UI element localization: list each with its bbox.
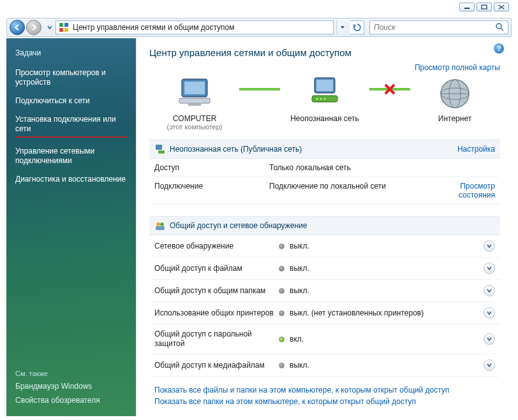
show-shared-files-link[interactable]: Показать все файлы и папки на этом компь… (154, 386, 495, 395)
view-state-link[interactable]: Просмотр состояния (459, 182, 495, 199)
svg-rect-4 (59, 23, 63, 27)
svg-point-8 (496, 24, 501, 29)
forward-button[interactable] (26, 20, 41, 35)
sharing-row-value: выкл. (290, 286, 484, 295)
address-dropdown-icon[interactable] (336, 20, 348, 34)
svg-point-19 (324, 98, 326, 100)
sharing-icon (154, 220, 166, 231)
full-map-link[interactable]: Просмотр полной карты (415, 63, 500, 72)
main-content: ? Центр управления сетями и общим доступ… (136, 38, 512, 416)
connector-broken-icon (369, 88, 410, 91)
diagram-node-this-computer[interactable]: COMPUTER (этот компьютер) (150, 76, 239, 131)
expand-button[interactable] (484, 285, 495, 296)
sharing-row-label: Общий доступ к файлам (154, 264, 279, 273)
sharing-row-label: Общий доступ к медиафайлам (154, 361, 279, 370)
diagram-node-network[interactable]: Неопознанная сеть (280, 76, 369, 131)
search-input[interactable] (374, 23, 504, 32)
svg-line-9 (501, 28, 503, 31)
status-led-icon (279, 337, 285, 342)
sidebar-item-firewall[interactable]: Брандмауэр Windows (15, 382, 127, 391)
sidebar-item-computers[interactable]: Просмотр компьютеров и устройств (15, 68, 127, 87)
sharing-row: Общий доступ к общим папкамвыкл. (149, 280, 500, 302)
sharing-row-value: выкл. (290, 242, 484, 250)
diagram-node1-sub: (этот компьютер) (150, 123, 239, 131)
network-row-connection-value: Подключение по локальной сети (269, 182, 438, 191)
network-row-connection-label: Подключение (154, 182, 269, 191)
computer-icon (174, 76, 215, 112)
close-button[interactable] (494, 3, 509, 11)
diagram-node2-label: Неопознанная сеть (280, 114, 369, 123)
svg-rect-12 (179, 98, 210, 103)
svg-rect-27 (158, 150, 165, 154)
connector-ok-icon (239, 88, 280, 91)
sidebar-item-diagnostics[interactable]: Диагностика и восстановление (15, 175, 127, 184)
network-small-icon (154, 143, 166, 155)
svg-point-17 (316, 98, 318, 100)
search-icon[interactable] (495, 22, 504, 33)
sharing-row-label: Сетевое обнаружение (154, 242, 279, 251)
network-row-access-label: Доступ (154, 163, 269, 172)
expand-button[interactable] (484, 240, 495, 252)
history-dropdown-icon[interactable] (47, 21, 53, 34)
tasks-header: Задачи (15, 48, 127, 57)
sharing-row: Общий доступ к медиафайламвыкл. (149, 354, 500, 377)
sharing-row-value: вкл. (290, 335, 484, 344)
sharing-row-value: выкл. (нет установленных принтеров) (290, 308, 484, 317)
bottom-links: Показать все файлы и папки на этом компь… (149, 377, 500, 411)
diagram-node1-label: COMPUTER (150, 114, 239, 123)
network-row-access-value: Только локальная сеть (269, 163, 438, 172)
sharing-row-label: Общий доступ с парольной защитой (154, 329, 279, 349)
sidebar: Задачи Просмотр компьютеров и устройств … (6, 38, 136, 416)
expand-button[interactable] (484, 359, 495, 371)
network-header-text: Неопознанная сеть (Публичная сеть) (170, 145, 302, 154)
show-shared-folders-link[interactable]: Показать все папки на этом компьютере, к… (154, 397, 495, 406)
diagram-node3-label: Интернет (410, 114, 500, 123)
sidebar-item-connect[interactable]: Подключиться к сети (15, 96, 127, 106)
sharing-row-label: Использование общих принтеров (154, 308, 279, 318)
expand-button[interactable] (484, 333, 495, 345)
minimize-button[interactable] (459, 3, 475, 11)
back-button[interactable] (10, 20, 25, 35)
help-icon[interactable]: ? (494, 43, 504, 54)
svg-rect-11 (184, 82, 205, 94)
svg-rect-15 (316, 80, 333, 91)
network-diagram: COMPUTER (этот компьютер) Неопознанная с… (149, 76, 500, 131)
control-panel-icon (59, 22, 69, 33)
diagram-node-internet[interactable]: Интернет (410, 76, 500, 131)
sharing-section-header: Общий доступ и сетевое обнаружение (149, 216, 500, 235)
network-row-connection: Подключение Подключение по локальной сет… (149, 177, 500, 205)
expand-button[interactable] (484, 307, 495, 319)
address-bar[interactable]: Центр управления сетями и общим доступом (56, 20, 334, 34)
svg-point-29 (160, 222, 164, 226)
x-mark-icon (383, 83, 396, 96)
maximize-button[interactable] (477, 3, 492, 11)
window-controls (459, 3, 509, 11)
network-device-icon (304, 76, 345, 112)
svg-rect-1 (482, 5, 487, 9)
svg-rect-26 (156, 145, 162, 150)
svg-rect-13 (188, 103, 201, 106)
navigation-bar: Центр управления сетями и общим доступом (6, 18, 512, 37)
network-row-access: Доступ Только локальная сеть (149, 159, 500, 177)
svg-rect-6 (59, 28, 63, 32)
sidebar-item-manage-connections[interactable]: Управление сетевыми подключениями (15, 147, 127, 166)
sharing-row-value: выкл. (290, 264, 484, 273)
refresh-button[interactable] (350, 20, 364, 34)
svg-rect-7 (64, 28, 68, 32)
svg-rect-30 (156, 226, 165, 230)
sharing-row: Использование общих принтероввыкл. (нет … (149, 302, 500, 324)
svg-point-18 (320, 98, 322, 100)
sharing-header-text: Общий доступ и сетевое обнаружение (170, 221, 307, 230)
sidebar-item-setup-connection[interactable]: Установка подключения или сети (15, 115, 127, 138)
sharing-row-value: выкл. (290, 361, 484, 370)
network-section-header: Неопознанная сеть (Публичная сеть) Настр… (149, 140, 500, 159)
network-config-link[interactable]: Настройка (457, 145, 495, 154)
sidebar-item-browser-settings[interactable]: Свойства обозревателя (15, 396, 127, 405)
sharing-row: Общий доступ с парольной защитойвкл. (149, 324, 500, 354)
status-led-icon (279, 363, 285, 368)
status-led-icon (279, 266, 285, 272)
expand-button[interactable] (484, 263, 495, 274)
svg-point-28 (156, 222, 160, 226)
search-field[interactable] (369, 20, 508, 34)
globe-icon (434, 76, 475, 112)
